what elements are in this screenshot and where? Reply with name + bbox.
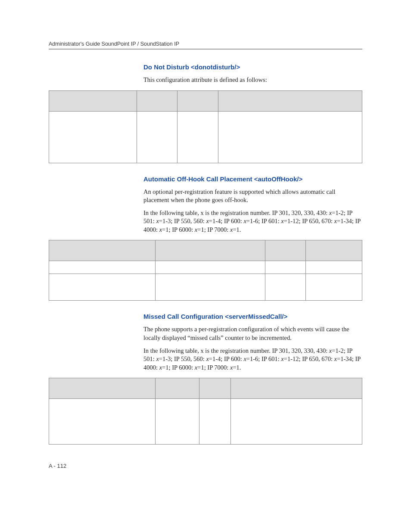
p1-missedcall: The phone supports a per-registration co…	[143, 325, 362, 342]
text-fragment: =1.	[233, 364, 241, 371]
table-dnd	[49, 90, 362, 163]
table-autooffhook	[49, 240, 362, 301]
table-header-cell	[265, 240, 306, 261]
table-row	[49, 261, 362, 274]
table-cell	[49, 111, 137, 163]
table-cell	[265, 274, 306, 301]
table-cell	[306, 261, 362, 274]
heading-autooffhook: Automatic Off-Hook Call Placement <autoO…	[143, 175, 362, 183]
text-fragment: In the following table, x is the registr…	[143, 347, 329, 354]
table-cell	[218, 111, 362, 163]
running-header: Administrator's Guide SoundPoint IP / So…	[49, 41, 362, 47]
p2-autooffhook: In the following table, x is the registr…	[143, 209, 362, 234]
table-cell	[199, 399, 230, 445]
text-fragment: In the following table, x is the registr…	[143, 209, 329, 216]
table-cell	[230, 399, 362, 445]
table-header-cell	[137, 90, 177, 111]
table-header-cell	[49, 90, 137, 111]
p2-missedcall: In the following table, x is the registr…	[143, 347, 362, 372]
text-fragment: =1; IP 7000:	[197, 364, 230, 371]
table-header-row	[49, 240, 362, 261]
section-autooffhook: Automatic Off-Hook Call Placement <autoO…	[143, 175, 362, 234]
text-fragment: =1; IP 7000:	[197, 226, 230, 233]
table-header-cell	[156, 378, 199, 399]
table-header-cell	[218, 90, 362, 111]
table-header-cell	[156, 240, 265, 261]
text-fragment: =1; IP 6000:	[162, 226, 195, 233]
text-fragment: =1-4; IP 600:	[209, 355, 244, 362]
text-fragment: =1-3; IP 550, 560:	[159, 355, 206, 362]
table-cell	[49, 274, 156, 301]
section-missedcall: Missed Call Configuration <serverMissedC…	[143, 313, 362, 372]
table-header-cell	[49, 240, 156, 261]
text-fragment: =1-6; IP 601:	[246, 218, 281, 224]
text-fragment: =1-6; IP 601:	[246, 355, 281, 362]
intro-dnd: This configuration attribute is defined …	[143, 76, 362, 84]
page: Administrator's Guide SoundPoint IP / So…	[0, 0, 411, 495]
heading-missedcall: Missed Call Configuration <serverMissedC…	[143, 313, 362, 320]
text-fragment: =1-4; IP 600:	[209, 218, 244, 224]
table-header-row	[49, 90, 362, 111]
text-fragment: =1; IP 6000:	[162, 364, 195, 371]
p1-autooffhook: An optional per-registration feature is …	[143, 188, 362, 205]
table-cell	[265, 261, 306, 274]
table-cell	[306, 274, 362, 301]
table-missedcall	[49, 378, 362, 445]
text-fragment: =1.	[233, 226, 241, 233]
table-cell	[156, 261, 265, 274]
table-header-cell	[199, 378, 230, 399]
text-fragment: =1-12; IP 650, 670:	[284, 355, 334, 362]
table-header-cell	[177, 90, 218, 111]
table-header-cell	[230, 378, 362, 399]
table-cell	[137, 111, 177, 163]
text-fragment: =1-3; IP 550, 560:	[159, 218, 206, 224]
table-cell	[49, 261, 156, 274]
table-cell	[177, 111, 218, 163]
header-rule	[49, 49, 362, 50]
table-row	[49, 274, 362, 301]
table-header-cell	[49, 378, 156, 399]
table-cell	[156, 399, 199, 445]
heading-dnd: Do Not Disturb <donotdisturb/>	[143, 63, 362, 71]
text-fragment: =1-12; IP 650, 670:	[284, 218, 334, 224]
page-number: A - 112	[49, 463, 362, 469]
table-header-cell	[306, 240, 362, 261]
table-cell	[156, 274, 265, 301]
table-header-row	[49, 378, 362, 399]
table-row	[49, 399, 362, 445]
section-dnd: Do Not Disturb <donotdisturb/> This conf…	[143, 63, 362, 84]
table-row	[49, 111, 362, 163]
table-cell	[49, 399, 156, 445]
